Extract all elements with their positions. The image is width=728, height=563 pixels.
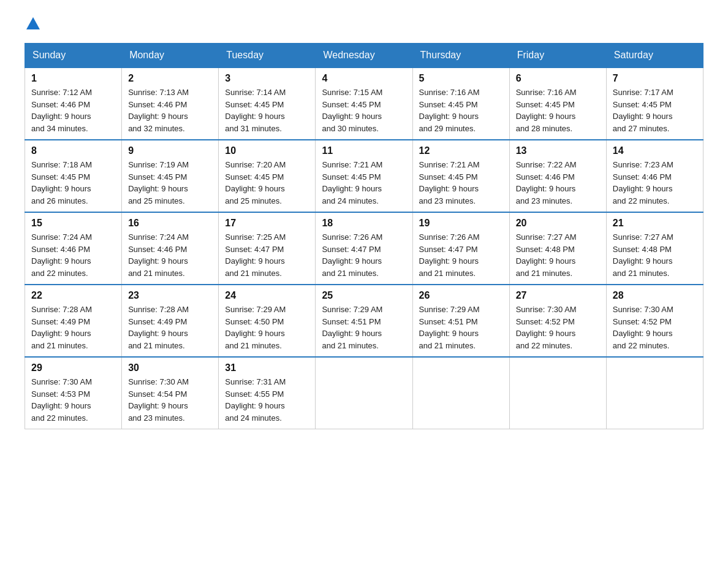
calendar-day-cell: 18 Sunrise: 7:26 AMSunset: 4:47 PMDaylig…	[316, 212, 412, 285]
calendar-day-cell: 1 Sunrise: 7:12 AMSunset: 4:46 PMDayligh…	[25, 67, 122, 140]
calendar-day-cell: 29 Sunrise: 7:30 AMSunset: 4:53 PMDaylig…	[25, 357, 122, 429]
day-number: 15	[31, 218, 115, 229]
day-number: 29	[31, 362, 115, 373]
calendar-day-cell	[509, 357, 606, 429]
calendar-day-cell: 8 Sunrise: 7:18 AMSunset: 4:45 PMDayligh…	[25, 140, 122, 212]
day-info: Sunrise: 7:30 AMSunset: 4:52 PMDaylight:…	[516, 305, 577, 350]
day-info: Sunrise: 7:27 AMSunset: 4:48 PMDaylight:…	[516, 232, 577, 278]
day-number: 2	[128, 73, 212, 84]
day-number: 26	[419, 290, 503, 301]
calendar-day-cell: 31 Sunrise: 7:31 AMSunset: 4:55 PMDaylig…	[219, 357, 316, 429]
day-info: Sunrise: 7:27 AMSunset: 4:48 PMDaylight:…	[613, 232, 673, 278]
day-info: Sunrise: 7:29 AMSunset: 4:51 PMDaylight:…	[322, 305, 382, 350]
day-info: Sunrise: 7:15 AMSunset: 4:45 PMDaylight:…	[322, 88, 382, 133]
calendar-week-row: 15 Sunrise: 7:24 AMSunset: 4:46 PMDaylig…	[25, 212, 703, 285]
calendar-day-cell: 6 Sunrise: 7:16 AMSunset: 4:45 PMDayligh…	[509, 67, 606, 140]
calendar-day-cell: 21 Sunrise: 7:27 AMSunset: 4:48 PMDaylig…	[606, 212, 703, 285]
logo	[25, 18, 40, 31]
column-header-tuesday: Tuesday	[219, 44, 316, 68]
day-info: Sunrise: 7:21 AMSunset: 4:45 PMDaylight:…	[322, 160, 382, 205]
calendar-day-cell: 11 Sunrise: 7:21 AMSunset: 4:45 PMDaylig…	[316, 140, 412, 212]
day-info: Sunrise: 7:30 AMSunset: 4:53 PMDaylight:…	[31, 377, 92, 423]
day-number: 19	[419, 218, 503, 229]
day-number: 9	[128, 145, 212, 156]
day-info: Sunrise: 7:28 AMSunset: 4:49 PMDaylight:…	[128, 305, 189, 350]
day-number: 11	[322, 145, 406, 156]
day-info: Sunrise: 7:30 AMSunset: 4:54 PMDaylight:…	[128, 377, 189, 423]
column-header-monday: Monday	[122, 44, 219, 68]
calendar-day-cell: 28 Sunrise: 7:30 AMSunset: 4:52 PMDaylig…	[606, 285, 703, 357]
day-info: Sunrise: 7:16 AMSunset: 4:45 PMDaylight:…	[419, 88, 480, 133]
day-info: Sunrise: 7:31 AMSunset: 4:55 PMDaylight:…	[225, 377, 286, 423]
calendar-day-cell: 17 Sunrise: 7:25 AMSunset: 4:47 PMDaylig…	[219, 212, 316, 285]
calendar-day-cell	[316, 357, 412, 429]
calendar-day-cell: 24 Sunrise: 7:29 AMSunset: 4:50 PMDaylig…	[219, 285, 316, 357]
day-info: Sunrise: 7:23 AMSunset: 4:46 PMDaylight:…	[613, 160, 673, 205]
calendar-day-cell: 26 Sunrise: 7:29 AMSunset: 4:51 PMDaylig…	[412, 285, 509, 357]
day-number: 12	[419, 145, 503, 156]
day-info: Sunrise: 7:29 AMSunset: 4:51 PMDaylight:…	[419, 305, 480, 350]
calendar-day-cell: 16 Sunrise: 7:24 AMSunset: 4:46 PMDaylig…	[122, 212, 219, 285]
calendar-week-row: 29 Sunrise: 7:30 AMSunset: 4:53 PMDaylig…	[25, 357, 703, 429]
day-number: 22	[31, 290, 115, 301]
calendar-header-row: SundayMondayTuesdayWednesdayThursdayFrid…	[25, 44, 703, 68]
day-number: 8	[31, 145, 115, 156]
calendar-day-cell: 19 Sunrise: 7:26 AMSunset: 4:47 PMDaylig…	[412, 212, 509, 285]
day-number: 3	[225, 73, 309, 84]
day-info: Sunrise: 7:26 AMSunset: 4:47 PMDaylight:…	[322, 232, 382, 278]
column-header-thursday: Thursday	[412, 44, 509, 68]
day-number: 5	[419, 73, 503, 84]
calendar-week-row: 8 Sunrise: 7:18 AMSunset: 4:45 PMDayligh…	[25, 140, 703, 212]
day-info: Sunrise: 7:29 AMSunset: 4:50 PMDaylight:…	[225, 305, 286, 350]
day-number: 24	[225, 290, 309, 301]
day-number: 4	[322, 73, 406, 84]
day-number: 27	[516, 290, 600, 301]
day-number: 6	[516, 73, 600, 84]
day-number: 31	[225, 362, 309, 373]
day-number: 21	[613, 218, 697, 229]
calendar-day-cell: 22 Sunrise: 7:28 AMSunset: 4:49 PMDaylig…	[25, 285, 122, 357]
day-info: Sunrise: 7:17 AMSunset: 4:45 PMDaylight:…	[613, 88, 673, 133]
calendar-day-cell: 14 Sunrise: 7:23 AMSunset: 4:46 PMDaylig…	[606, 140, 703, 212]
day-info: Sunrise: 7:26 AMSunset: 4:47 PMDaylight:…	[419, 232, 480, 278]
day-number: 17	[225, 218, 309, 229]
calendar-day-cell: 25 Sunrise: 7:29 AMSunset: 4:51 PMDaylig…	[316, 285, 412, 357]
day-info: Sunrise: 7:16 AMSunset: 4:45 PMDaylight:…	[516, 88, 577, 133]
calendar-day-cell: 15 Sunrise: 7:24 AMSunset: 4:46 PMDaylig…	[25, 212, 122, 285]
day-number: 16	[128, 218, 212, 229]
calendar-day-cell: 5 Sunrise: 7:16 AMSunset: 4:45 PMDayligh…	[412, 67, 509, 140]
day-info: Sunrise: 7:12 AMSunset: 4:46 PMDaylight:…	[31, 88, 92, 133]
calendar-day-cell	[606, 357, 703, 429]
day-info: Sunrise: 7:20 AMSunset: 4:45 PMDaylight:…	[225, 160, 286, 205]
day-info: Sunrise: 7:24 AMSunset: 4:46 PMDaylight:…	[31, 232, 92, 278]
calendar-week-row: 1 Sunrise: 7:12 AMSunset: 4:46 PMDayligh…	[25, 67, 703, 140]
day-number: 14	[613, 145, 697, 156]
day-info: Sunrise: 7:19 AMSunset: 4:45 PMDaylight:…	[128, 160, 189, 205]
calendar-week-row: 22 Sunrise: 7:28 AMSunset: 4:49 PMDaylig…	[25, 285, 703, 357]
day-info: Sunrise: 7:28 AMSunset: 4:49 PMDaylight:…	[31, 305, 92, 350]
day-number: 20	[516, 218, 600, 229]
day-number: 23	[128, 290, 212, 301]
day-info: Sunrise: 7:25 AMSunset: 4:47 PMDaylight:…	[225, 232, 286, 278]
day-number: 1	[31, 73, 115, 84]
calendar-day-cell: 9 Sunrise: 7:19 AMSunset: 4:45 PMDayligh…	[122, 140, 219, 212]
day-info: Sunrise: 7:14 AMSunset: 4:45 PMDaylight:…	[225, 88, 286, 133]
day-number: 13	[516, 145, 600, 156]
calendar-day-cell	[412, 357, 509, 429]
day-info: Sunrise: 7:22 AMSunset: 4:46 PMDaylight:…	[516, 160, 577, 205]
calendar-day-cell: 30 Sunrise: 7:30 AMSunset: 4:54 PMDaylig…	[122, 357, 219, 429]
logo-triangle-icon	[26, 17, 40, 29]
calendar-day-cell: 27 Sunrise: 7:30 AMSunset: 4:52 PMDaylig…	[509, 285, 606, 357]
calendar-day-cell: 3 Sunrise: 7:14 AMSunset: 4:45 PMDayligh…	[219, 67, 316, 140]
day-number: 30	[128, 362, 212, 373]
day-info: Sunrise: 7:21 AMSunset: 4:45 PMDaylight:…	[419, 160, 480, 205]
day-info: Sunrise: 7:30 AMSunset: 4:52 PMDaylight:…	[613, 305, 673, 350]
day-number: 28	[613, 290, 697, 301]
calendar-day-cell: 12 Sunrise: 7:21 AMSunset: 4:45 PMDaylig…	[412, 140, 509, 212]
day-number: 25	[322, 290, 406, 301]
day-number: 10	[225, 145, 309, 156]
day-info: Sunrise: 7:24 AMSunset: 4:46 PMDaylight:…	[128, 232, 189, 278]
day-info: Sunrise: 7:13 AMSunset: 4:46 PMDaylight:…	[128, 88, 189, 133]
calendar-day-cell: 23 Sunrise: 7:28 AMSunset: 4:49 PMDaylig…	[122, 285, 219, 357]
day-number: 18	[322, 218, 406, 229]
